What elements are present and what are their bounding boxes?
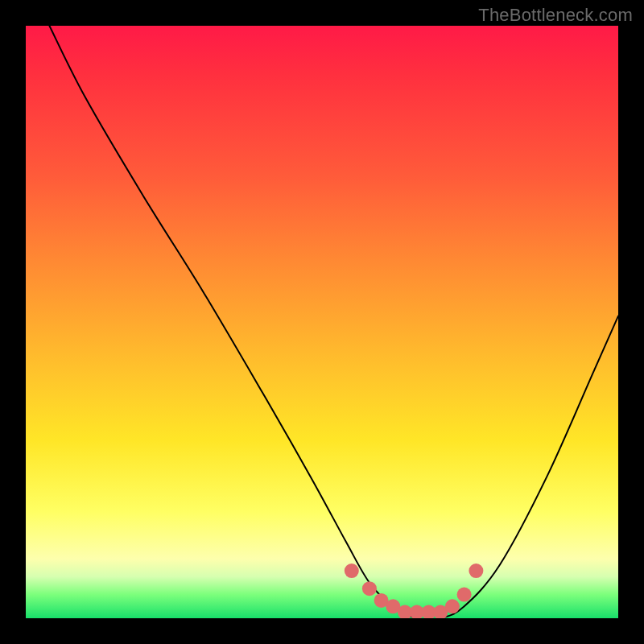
trough-marker — [445, 599, 460, 613]
trough-marker — [345, 564, 359, 578]
trough-markers — [345, 564, 484, 618]
chart-frame: TheBottleneck.com — [0, 0, 644, 644]
watermark-text: TheBottleneck.com — [478, 5, 633, 26]
trough-marker — [469, 564, 483, 578]
trough-marker — [362, 581, 377, 596]
trough-marker — [457, 588, 472, 602]
chart-svg — [26, 26, 618, 618]
bottleneck-curve — [49, 26, 618, 618]
plot-area — [26, 26, 618, 618]
